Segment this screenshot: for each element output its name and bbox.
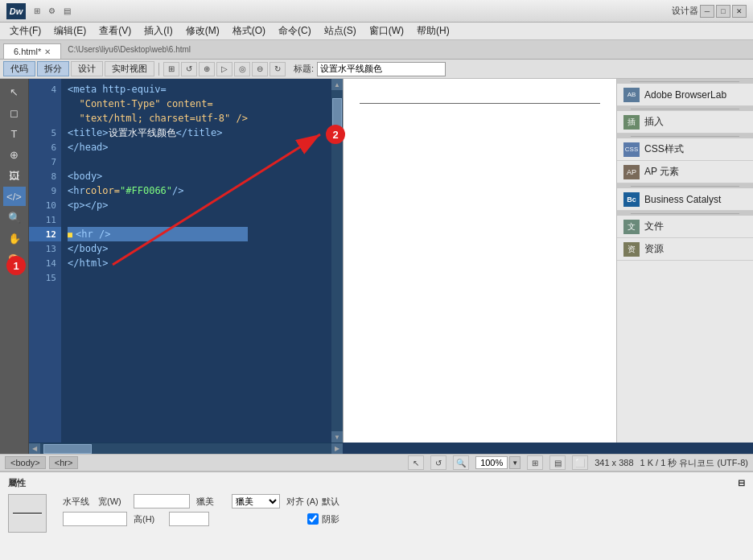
bc-icon: Bc bbox=[623, 192, 640, 207]
horiz-scroll-track[interactable] bbox=[40, 443, 331, 455]
line-num-4: 4 bbox=[29, 82, 61, 97]
horiz-scroll-thumb[interactable] bbox=[43, 444, 92, 454]
close-button[interactable]: ✕ bbox=[732, 5, 747, 18]
toolbar-icon-4[interactable]: ▷ bbox=[216, 62, 232, 76]
status-icon-a[interactable]: ⊞ bbox=[527, 455, 543, 470]
toolbar-icon-6[interactable]: ⊖ bbox=[252, 62, 268, 76]
code-lines[interactable]: <meta http-equiv= "Content-Type" content… bbox=[61, 79, 254, 443]
tool-zoom[interactable]: 🔍 bbox=[3, 208, 26, 227]
line-num-blank1 bbox=[29, 97, 61, 111]
files-label: 文件 bbox=[644, 220, 664, 233]
status-icon-c[interactable]: ⬜ bbox=[572, 455, 588, 470]
menu-item-m[interactable]: 修改(M) bbox=[179, 23, 226, 39]
panel-item-insert[interactable]: 插 插入 bbox=[617, 111, 753, 134]
tab-label: 6.html* bbox=[14, 47, 41, 56]
tool-select[interactable]: ◻ bbox=[3, 103, 26, 122]
code-line-15 bbox=[68, 270, 248, 285]
shadow-area: 阴影 bbox=[307, 513, 351, 525]
active-tab[interactable]: 6.html* ✕ bbox=[3, 43, 61, 59]
status-cursor-icon[interactable]: ↖ bbox=[408, 455, 424, 470]
menu-item-o[interactable]: 格式(O) bbox=[226, 23, 272, 39]
tool-code[interactable]: </> bbox=[3, 187, 26, 206]
element-label: 水平线 bbox=[63, 496, 92, 508]
toolbar-separator bbox=[158, 63, 159, 76]
shadow-checkbox[interactable] bbox=[307, 513, 319, 525]
insert-label: 插入 bbox=[644, 115, 664, 129]
menu-item-s[interactable]: 站点(S) bbox=[318, 23, 363, 39]
toolbar-icon-2[interactable]: ↺ bbox=[181, 62, 197, 76]
scroll-up-arrow[interactable]: ▲ bbox=[331, 79, 343, 90]
menu-item-e[interactable]: 编辑(E) bbox=[47, 23, 93, 39]
code-line-12: ■ <hr /> bbox=[68, 227, 248, 241]
status-icon-b[interactable]: ▤ bbox=[549, 455, 566, 470]
menu-item-f[interactable]: 文件(F) bbox=[3, 23, 47, 39]
menu-item-c[interactable]: 命令(C) bbox=[272, 23, 318, 39]
tool-text[interactable]: T bbox=[3, 124, 26, 143]
color-input[interactable] bbox=[63, 512, 127, 526]
panel-item-files[interactable]: 文 文件 bbox=[617, 216, 753, 238]
title-bar: Dw ⊞ ⚙ ▤ 设计器 ─ □ ✕ bbox=[0, 0, 753, 23]
tab-close-icon[interactable]: ✕ bbox=[44, 47, 51, 56]
maximize-button[interactable]: □ bbox=[716, 5, 730, 18]
panel-item-ap[interactable]: AP AP 元素 bbox=[617, 161, 753, 183]
title-bar-left: Dw ⊞ ⚙ ▤ bbox=[6, 3, 74, 19]
ap-label: AP 元素 bbox=[644, 165, 679, 179]
toolbar-row: 代码 拆分 设计 实时视图 ⊞ ↺ ⊕ ▷ ◎ ⊖ ↻ 标题: bbox=[0, 60, 753, 79]
tool-image[interactable]: 🖼 bbox=[3, 166, 26, 185]
properties-collapse-icon[interactable]: ⊟ bbox=[738, 478, 745, 488]
zoom-input[interactable] bbox=[475, 456, 508, 469]
panel-item-css[interactable]: CSS CSS样式 bbox=[617, 138, 753, 161]
status-bar: <body> <hr> ↖ ↺ 🔍 ▼ ⊞ ▤ ⬜ 341 x 388 1 K … bbox=[0, 454, 753, 471]
title-input[interactable] bbox=[317, 62, 446, 76]
settings-icon[interactable]: ⚙ bbox=[45, 5, 59, 17]
tool-link[interactable]: ⊕ bbox=[3, 145, 26, 164]
toolbar-icon-7[interactable]: ↻ bbox=[270, 62, 286, 76]
tool-hand[interactable]: ✋ bbox=[3, 229, 26, 248]
file-menu-icon[interactable]: ⊞ bbox=[31, 5, 43, 17]
code-line-8: <body> bbox=[68, 169, 248, 183]
minimize-button[interactable]: ─ bbox=[700, 5, 714, 18]
panel-item-assets[interactable]: 资 资源 bbox=[617, 238, 753, 261]
code-line-4: <meta http-equiv= bbox=[68, 82, 248, 97]
scroll-track[interactable] bbox=[331, 90, 343, 431]
status-tag-hr[interactable]: <hr> bbox=[49, 456, 79, 469]
scroll-right-arrow[interactable]: ▶ bbox=[331, 443, 343, 455]
width-input[interactable] bbox=[134, 494, 190, 509]
design-view-button[interactable]: 设计 bbox=[71, 61, 103, 76]
align-right-label: 对齐 (A) bbox=[286, 496, 319, 508]
status-zoom-icon[interactable]: 🔍 bbox=[453, 455, 469, 470]
toolbar-icon-1[interactable]: ⊞ bbox=[163, 62, 179, 76]
align-select[interactable]: 獵美 bbox=[232, 494, 280, 509]
status-dimensions: 341 x 388 bbox=[595, 458, 633, 467]
menu-item-i[interactable]: 插入(I) bbox=[138, 23, 179, 39]
code-view-button[interactable]: 代码 bbox=[3, 61, 35, 76]
line-num-7: 7 bbox=[29, 154, 61, 169]
left-sidebar: ↖ ◻ T ⊕ 🖼 </> 🔍 ✋ 🎨 bbox=[0, 79, 29, 454]
panel-item-bc[interactable]: Bc Business Catalyst bbox=[617, 188, 753, 211]
code-view: 4 5 6 7 8 9 10 11 12 13 14 15 <meta http bbox=[29, 79, 331, 443]
split-view-button[interactable]: 拆分 bbox=[37, 61, 69, 76]
scroll-thumb[interactable] bbox=[332, 98, 342, 130]
code-line-7 bbox=[68, 154, 248, 169]
status-refresh-icon[interactable]: ↺ bbox=[430, 455, 446, 470]
toolbar-icon-3[interactable]: ⊕ bbox=[199, 62, 215, 76]
tool-cursor[interactable]: ↖ bbox=[3, 82, 26, 101]
menu-item-w[interactable]: 窗口(W) bbox=[363, 23, 410, 39]
menu-item-v[interactable]: 查看(V) bbox=[93, 23, 138, 39]
realtime-view-button[interactable]: 实时视图 bbox=[105, 61, 154, 76]
menu-item-h[interactable]: 帮助(H) bbox=[410, 23, 456, 39]
scroll-left-arrow[interactable]: ◀ bbox=[29, 443, 40, 455]
height-input[interactable] bbox=[169, 512, 209, 526]
scroll-down-arrow[interactable]: ▼ bbox=[331, 431, 343, 443]
status-tag-body[interactable]: <body> bbox=[5, 456, 46, 469]
title-bar-icons: ⊞ ⚙ ▤ bbox=[31, 5, 74, 17]
title-input-area: 标题: bbox=[294, 62, 446, 76]
zoom-dropdown[interactable]: ▼ bbox=[509, 456, 521, 469]
layout-icon[interactable]: ▤ bbox=[60, 5, 74, 17]
bc-label: Business Catalyst bbox=[644, 194, 721, 205]
toolbar-icon-5[interactable]: ◎ bbox=[234, 62, 250, 76]
tool-color[interactable]: 🎨 bbox=[3, 249, 26, 269]
line-num-6: 6 bbox=[29, 140, 61, 154]
css-icon: CSS bbox=[623, 142, 640, 157]
panel-item-browserlab[interactable]: AB Adobe BrowserLab bbox=[617, 84, 753, 106]
